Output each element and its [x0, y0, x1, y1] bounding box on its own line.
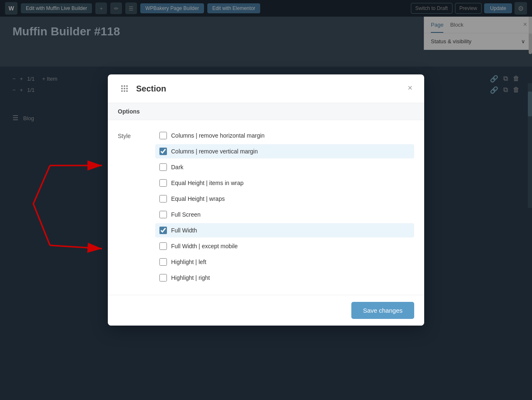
svg-line-11 — [50, 245, 102, 249]
checkbox-dark[interactable] — [159, 163, 167, 171]
checkbox-label-col-remove-h-margin: Columns | remove horizontal margin — [171, 132, 265, 139]
modal-footer: Save changes — [108, 295, 424, 326]
check-item-full-width-except-mobile[interactable]: Full Width | except mobile — [155, 239, 414, 253]
check-item-full-screen[interactable]: Full Screen — [155, 207, 414, 222]
check-item-dark[interactable]: Dark — [155, 160, 414, 174]
checkbox-label-equal-height-wraps: Equal Height | wraps — [171, 195, 225, 202]
checklist-container: Style Columns | remove horizontal margin… — [118, 128, 414, 286]
checkbox-equal-height-wraps[interactable] — [159, 195, 167, 202]
svg-point-7 — [124, 90, 125, 92]
check-item-col-remove-v-margin[interactable]: Columns | remove vertical margin — [155, 144, 414, 158]
check-item-col-remove-h-margin[interactable]: Columns | remove horizontal margin — [155, 128, 414, 143]
section-modal: Section × Options Style Columns | remove… — [108, 74, 424, 326]
checkbox-col-remove-v-margin[interactable] — [159, 148, 167, 155]
checkbox-equal-height-wrap[interactable] — [159, 179, 167, 187]
checkbox-highlight-right[interactable] — [159, 274, 167, 281]
svg-point-3 — [121, 88, 123, 89]
check-item-equal-height-wraps[interactable]: Equal Height | wraps — [155, 192, 414, 206]
modal-scroll-area[interactable]: Style Columns | remove horizontal margin… — [108, 120, 424, 295]
checkbox-full-width-except-mobile[interactable] — [159, 242, 167, 250]
checkbox-label-dark: Dark — [171, 164, 184, 170]
options-header: Options — [108, 103, 424, 120]
checkbox-full-width[interactable] — [159, 227, 167, 234]
svg-point-5 — [126, 88, 128, 89]
checkbox-label-highlight-left: Highlight | left — [171, 259, 206, 265]
check-item-equal-height-wrap[interactable]: Equal Height | items in wrap — [155, 176, 414, 190]
modal-title: Section — [136, 84, 166, 94]
checkbox-full-screen[interactable] — [159, 211, 167, 218]
check-item-highlight-left[interactable]: Highlight | left — [155, 255, 414, 269]
check-item-highlight-right[interactable]: Highlight | right — [155, 271, 414, 285]
checkbox-label-full-screen: Full Screen — [171, 211, 201, 218]
check-item-full-width[interactable]: Full Width — [155, 223, 414, 237]
svg-point-6 — [121, 90, 123, 92]
checkbox-label-full-width-except-mobile: Full Width | except mobile — [171, 243, 238, 249]
checkbox-label-full-width: Full Width — [171, 227, 197, 234]
modal-overlay: Section × Options Style Columns | remove… — [0, 0, 532, 400]
svg-point-0 — [121, 85, 123, 87]
checklist: Columns | remove horizontal marginColumn… — [155, 128, 414, 286]
svg-point-1 — [124, 85, 125, 87]
modal-header: Section × — [108, 74, 424, 103]
checkbox-highlight-left[interactable] — [159, 258, 167, 266]
svg-point-2 — [126, 85, 128, 87]
modal-close-btn[interactable]: × — [404, 82, 416, 94]
checkbox-label-equal-height-wrap: Equal Height | items in wrap — [171, 180, 244, 186]
svg-point-8 — [126, 90, 128, 92]
checkbox-col-remove-h-margin[interactable] — [159, 132, 167, 139]
checkbox-label-highlight-right: Highlight | right — [171, 274, 210, 281]
section-grid-icon — [118, 82, 131, 95]
style-label: Style — [118, 128, 143, 286]
checkbox-label-col-remove-v-margin: Columns | remove vertical margin — [171, 148, 258, 155]
save-changes-btn[interactable]: Save changes — [351, 302, 414, 319]
svg-point-4 — [124, 88, 125, 89]
